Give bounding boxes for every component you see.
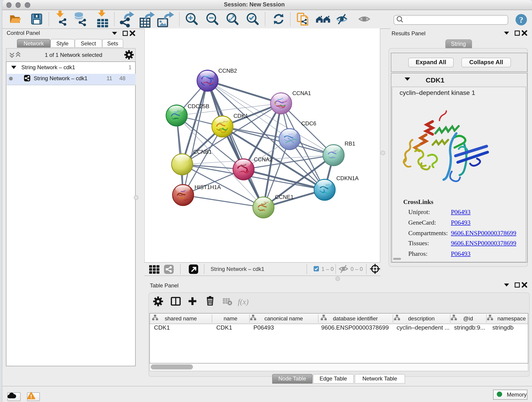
svg-text:CCNE1: CCNE1 bbox=[275, 194, 293, 200]
svg-text:RB1: RB1 bbox=[344, 140, 355, 147]
svg-text:CCNB2: CCNB2 bbox=[218, 68, 237, 74]
svg-text:CCNA1: CCNA1 bbox=[292, 90, 311, 96]
svg-text:CDKN1A: CDKN1A bbox=[336, 175, 358, 181]
svg-text:HIST1H1A: HIST1H1A bbox=[194, 184, 221, 190]
svg-text:CDC25B: CDC25B bbox=[187, 103, 209, 109]
svg-text:CCNB1: CCNB1 bbox=[193, 149, 211, 155]
svg-text:CCNA2: CCNA2 bbox=[254, 156, 272, 162]
svg-text:CDK1: CDK1 bbox=[233, 113, 248, 119]
svg-text:CDC6: CDC6 bbox=[301, 120, 316, 127]
